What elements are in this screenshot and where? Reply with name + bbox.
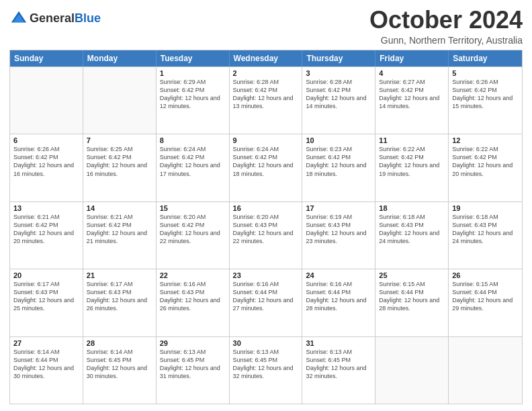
day-number: 23 [233,271,299,279]
cell-info: Sunrise: 6:21 AM Sunset: 6:42 PM Dayligh… [87,213,152,246]
day-number: 30 [233,339,299,347]
cal-cell: 24Sunrise: 6:16 AM Sunset: 6:44 PM Dayli… [302,269,375,336]
header: GeneralBlue October 2024 Gunn, Northern … [9,7,523,46]
cal-cell: 9Sunrise: 6:24 AM Sunset: 6:42 PM Daylig… [230,134,303,201]
day-header-tuesday: Tuesday [157,50,230,66]
cell-info: Sunrise: 6:16 AM Sunset: 6:44 PM Dayligh… [233,280,299,313]
day-number: 21 [87,271,152,279]
logo: GeneralBlue [9,9,101,28]
cell-info: Sunrise: 6:25 AM Sunset: 6:42 PM Dayligh… [87,145,152,178]
cal-cell: 25Sunrise: 6:15 AM Sunset: 6:44 PM Dayli… [375,269,449,336]
day-header-wednesday: Wednesday [230,50,303,66]
cal-cell: 19Sunrise: 6:18 AM Sunset: 6:43 PM Dayli… [449,202,522,269]
cal-cell: 18Sunrise: 6:18 AM Sunset: 6:43 PM Dayli… [375,202,449,269]
cell-info: Sunrise: 6:26 AM Sunset: 6:42 PM Dayligh… [452,78,519,111]
cell-info: Sunrise: 6:13 AM Sunset: 6:45 PM Dayligh… [233,348,299,381]
day-number: 22 [160,271,226,279]
cal-cell: 31Sunrise: 6:13 AM Sunset: 6:45 PM Dayli… [302,337,375,404]
cell-info: Sunrise: 6:27 AM Sunset: 6:42 PM Dayligh… [379,78,445,111]
day-number: 14 [87,204,152,212]
day-number: 27 [13,339,79,347]
week-row-5: 27Sunrise: 6:14 AM Sunset: 6:44 PM Dayli… [10,336,522,404]
cal-cell: 21Sunrise: 6:17 AM Sunset: 6:43 PM Dayli… [83,269,157,336]
cal-cell: 23Sunrise: 6:16 AM Sunset: 6:44 PM Dayli… [230,269,303,336]
cell-info: Sunrise: 6:26 AM Sunset: 6:42 PM Dayligh… [13,145,79,178]
cal-cell: 7Sunrise: 6:25 AM Sunset: 6:42 PM Daylig… [83,134,157,201]
cell-info: Sunrise: 6:14 AM Sunset: 6:45 PM Dayligh… [87,348,152,381]
cal-cell: 14Sunrise: 6:21 AM Sunset: 6:42 PM Dayli… [83,202,157,269]
cal-cell [83,67,157,134]
cell-info: Sunrise: 6:19 AM Sunset: 6:43 PM Dayligh… [306,213,371,246]
cell-info: Sunrise: 6:18 AM Sunset: 6:43 PM Dayligh… [379,213,445,246]
cell-info: Sunrise: 6:24 AM Sunset: 6:42 PM Dayligh… [160,145,226,178]
calendar-header: SundayMondayTuesdayWednesdayThursdayFrid… [10,50,522,66]
cell-info: Sunrise: 6:23 AM Sunset: 6:42 PM Dayligh… [306,145,371,178]
cal-cell: 16Sunrise: 6:20 AM Sunset: 6:43 PM Dayli… [230,202,303,269]
cal-cell: 5Sunrise: 6:26 AM Sunset: 6:42 PM Daylig… [449,67,522,134]
cell-info: Sunrise: 6:20 AM Sunset: 6:42 PM Dayligh… [160,213,226,246]
day-number: 13 [13,204,79,212]
day-number: 25 [379,271,445,279]
day-header-monday: Monday [83,50,157,66]
cal-cell: 2Sunrise: 6:28 AM Sunset: 6:42 PM Daylig… [230,67,303,134]
cell-info: Sunrise: 6:15 AM Sunset: 6:44 PM Dayligh… [452,280,519,313]
day-number: 26 [452,271,519,279]
cell-info: Sunrise: 6:20 AM Sunset: 6:43 PM Dayligh… [233,213,299,246]
day-number: 31 [306,339,371,347]
cell-info: Sunrise: 6:24 AM Sunset: 6:42 PM Dayligh… [233,145,299,178]
cell-info: Sunrise: 6:28 AM Sunset: 6:42 PM Dayligh… [306,78,371,111]
title-area: October 2024 Gunn, Northern Territory, A… [369,7,523,46]
cell-info: Sunrise: 6:13 AM Sunset: 6:45 PM Dayligh… [160,348,226,381]
cell-info: Sunrise: 6:29 AM Sunset: 6:42 PM Dayligh… [160,78,226,111]
logo-icon [9,9,28,28]
cal-cell: 11Sunrise: 6:22 AM Sunset: 6:42 PM Dayli… [375,134,449,201]
day-number: 20 [13,271,79,279]
day-number: 10 [306,136,371,144]
cell-info: Sunrise: 6:17 AM Sunset: 6:43 PM Dayligh… [13,280,79,313]
cal-cell: 27Sunrise: 6:14 AM Sunset: 6:44 PM Dayli… [10,337,83,404]
subtitle: Gunn, Northern Territory, Australia [369,35,523,46]
cal-cell: 12Sunrise: 6:22 AM Sunset: 6:42 PM Dayli… [449,134,522,201]
day-number: 5 [452,69,519,77]
cal-cell: 28Sunrise: 6:14 AM Sunset: 6:45 PM Dayli… [83,337,157,404]
cal-cell: 30Sunrise: 6:13 AM Sunset: 6:45 PM Dayli… [230,337,303,404]
day-number: 9 [233,136,299,144]
day-number: 1 [160,69,226,77]
cal-cell: 10Sunrise: 6:23 AM Sunset: 6:42 PM Dayli… [302,134,375,201]
cal-cell: 8Sunrise: 6:24 AM Sunset: 6:42 PM Daylig… [157,134,230,201]
cell-info: Sunrise: 6:22 AM Sunset: 6:42 PM Dayligh… [452,145,519,178]
cal-cell: 4Sunrise: 6:27 AM Sunset: 6:42 PM Daylig… [375,67,449,134]
day-header-saturday: Saturday [449,50,522,66]
day-number: 3 [306,69,371,77]
cell-info: Sunrise: 6:17 AM Sunset: 6:43 PM Dayligh… [87,280,152,313]
cal-cell [10,67,83,134]
cal-cell: 6Sunrise: 6:26 AM Sunset: 6:42 PM Daylig… [10,134,83,201]
day-number: 29 [160,339,226,347]
calendar-body: 1Sunrise: 6:29 AM Sunset: 6:42 PM Daylig… [10,66,522,404]
cell-info: Sunrise: 6:14 AM Sunset: 6:44 PM Dayligh… [13,348,79,381]
cal-cell: 13Sunrise: 6:21 AM Sunset: 6:42 PM Dayli… [10,202,83,269]
cal-cell [375,337,449,404]
day-header-sunday: Sunday [10,50,83,66]
page: GeneralBlue October 2024 Gunn, Northern … [0,0,532,411]
logo-general: General [30,12,75,26]
calendar: SundayMondayTuesdayWednesdayThursdayFrid… [9,50,523,404]
day-header-friday: Friday [375,50,449,66]
cal-cell: 22Sunrise: 6:16 AM Sunset: 6:43 PM Dayli… [157,269,230,336]
cal-cell: 17Sunrise: 6:19 AM Sunset: 6:43 PM Dayli… [302,202,375,269]
cell-info: Sunrise: 6:21 AM Sunset: 6:42 PM Dayligh… [13,213,79,246]
cell-info: Sunrise: 6:16 AM Sunset: 6:43 PM Dayligh… [160,280,226,313]
month-title: October 2024 [369,7,523,34]
cal-cell [449,337,522,404]
day-number: 12 [452,136,519,144]
week-row-4: 20Sunrise: 6:17 AM Sunset: 6:43 PM Dayli… [10,269,522,336]
week-row-2: 6Sunrise: 6:26 AM Sunset: 6:42 PM Daylig… [10,134,522,201]
cal-cell: 26Sunrise: 6:15 AM Sunset: 6:44 PM Dayli… [449,269,522,336]
cal-cell: 29Sunrise: 6:13 AM Sunset: 6:45 PM Dayli… [157,337,230,404]
cal-cell: 15Sunrise: 6:20 AM Sunset: 6:42 PM Dayli… [157,202,230,269]
day-number: 8 [160,136,226,144]
cell-info: Sunrise: 6:16 AM Sunset: 6:44 PM Dayligh… [306,280,371,313]
day-number: 16 [233,204,299,212]
day-number: 17 [306,204,371,212]
day-number: 7 [87,136,152,144]
